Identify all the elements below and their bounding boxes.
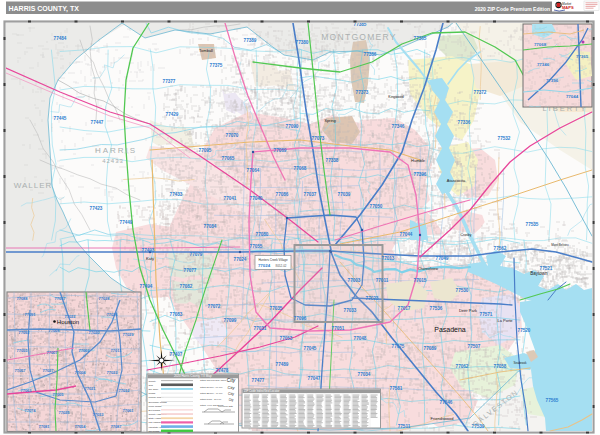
svg-text:77050: 77050 bbox=[370, 204, 383, 209]
svg-text:Spring: Spring bbox=[324, 118, 336, 123]
svg-text:Interchange: Interchange bbox=[218, 405, 229, 407]
svg-text:77088: 77088 bbox=[16, 296, 28, 301]
svg-text:77386: 77386 bbox=[364, 52, 377, 57]
svg-text:77477: 77477 bbox=[252, 378, 265, 383]
svg-text:City: City bbox=[227, 378, 236, 383]
svg-text:77047: 77047 bbox=[308, 376, 321, 381]
svg-text:77092: 77092 bbox=[18, 330, 30, 335]
svg-text:Channelview: Channelview bbox=[418, 267, 439, 271]
svg-text:77041: 77041 bbox=[224, 196, 237, 201]
svg-text:77062: 77062 bbox=[456, 364, 469, 369]
svg-text:2020 Harris County, TX Map: 2020 Harris County, TX Map bbox=[174, 374, 212, 378]
svg-text:77433: 77433 bbox=[170, 192, 183, 197]
svg-text:77077: 77077 bbox=[184, 268, 197, 273]
svg-text:77365: 77365 bbox=[576, 54, 589, 59]
svg-text:77562: 77562 bbox=[494, 246, 507, 251]
svg-text:77074: 77074 bbox=[24, 408, 36, 413]
svg-text:Exit Ramps: Exit Ramps bbox=[149, 409, 162, 411]
svg-text:77084: 77084 bbox=[204, 224, 217, 229]
svg-text:77002: 77002 bbox=[78, 348, 90, 353]
svg-text:77065: 77065 bbox=[222, 156, 235, 161]
svg-text:Deer Park: Deer Park bbox=[459, 308, 477, 313]
svg-text:77396: 77396 bbox=[414, 172, 427, 177]
svg-text:77068: 77068 bbox=[294, 166, 307, 171]
svg-text:77040: 77040 bbox=[250, 196, 263, 201]
svg-text:77004: 77004 bbox=[74, 370, 86, 375]
svg-text:Toll Roads: Toll Roads bbox=[149, 430, 161, 432]
svg-text:77489: 77489 bbox=[276, 362, 289, 367]
svg-text:ZIP Code: ZIP Code bbox=[149, 388, 159, 390]
svg-text:77087: 77087 bbox=[110, 424, 122, 429]
svg-text:Minor Roads: Minor Roads bbox=[149, 405, 163, 407]
svg-text:77034: 77034 bbox=[358, 372, 371, 377]
svg-text:77373: 77373 bbox=[356, 90, 369, 95]
svg-text:77025: 77025 bbox=[58, 410, 70, 415]
svg-text:HARRIS COUNTY, TX: HARRIS COUNTY, TX bbox=[9, 5, 80, 13]
svg-text:77449: 77449 bbox=[120, 220, 133, 225]
svg-text:77069: 77069 bbox=[274, 148, 287, 153]
svg-text:77079: 77079 bbox=[190, 252, 203, 257]
svg-text:77072: 77072 bbox=[208, 304, 221, 309]
svg-text:77045: 77045 bbox=[304, 346, 317, 351]
svg-text:77039: 77039 bbox=[338, 192, 351, 197]
svg-text:Mont Belvieu: Mont Belvieu bbox=[551, 243, 569, 247]
svg-text:City: City bbox=[229, 398, 234, 402]
svg-text:77532: 77532 bbox=[498, 136, 511, 141]
svg-text:Humble: Humble bbox=[411, 158, 426, 163]
svg-text:77051: 77051 bbox=[332, 326, 345, 331]
svg-text:77061: 77061 bbox=[122, 408, 134, 413]
svg-text:77096: 77096 bbox=[294, 316, 307, 321]
svg-text:77429: 77429 bbox=[166, 112, 179, 117]
svg-text:77377: 77377 bbox=[163, 79, 176, 84]
svg-text:77080: 77080 bbox=[256, 232, 269, 237]
svg-text:77021: 77021 bbox=[84, 386, 96, 391]
svg-text:77396: 77396 bbox=[546, 78, 559, 83]
svg-text:Seabrook: Seabrook bbox=[514, 361, 527, 365]
svg-text:77033: 77033 bbox=[344, 308, 357, 313]
svg-text:8052-02: 8052-02 bbox=[275, 264, 286, 268]
svg-text:77073: 77073 bbox=[312, 136, 325, 141]
svg-text:77055: 77055 bbox=[250, 244, 263, 249]
svg-text:77336: 77336 bbox=[458, 120, 471, 125]
svg-text:ZIP Code Index/Grid Locator: ZIP Code Index/Grid Locator bbox=[244, 389, 280, 393]
svg-text:77057: 77057 bbox=[14, 368, 26, 373]
svg-text:77054: 77054 bbox=[74, 424, 86, 429]
svg-text:77037: 77037 bbox=[304, 192, 317, 197]
svg-text:77033: 77033 bbox=[92, 412, 104, 417]
svg-text:77511: 77511 bbox=[398, 424, 411, 429]
svg-text:77063: 77063 bbox=[20, 388, 32, 393]
svg-text:77090: 77090 bbox=[286, 124, 299, 129]
svg-text:77389: 77389 bbox=[244, 38, 257, 43]
svg-text:77026: 77026 bbox=[106, 312, 118, 317]
svg-text:77565: 77565 bbox=[546, 398, 559, 403]
svg-text:77035: 77035 bbox=[270, 306, 283, 311]
svg-text:77081: 77081 bbox=[38, 424, 50, 429]
svg-text:77346: 77346 bbox=[537, 62, 550, 67]
svg-text:77423: 77423 bbox=[90, 206, 103, 211]
svg-text:77005: 77005 bbox=[52, 392, 64, 397]
svg-text:77091: 77091 bbox=[24, 312, 36, 317]
svg-text:MAPS: MAPS bbox=[562, 5, 574, 10]
svg-text:77027: 77027 bbox=[42, 368, 54, 373]
svg-text:2020 ZIP Code Premium Edition: 2020 ZIP Code Premium Edition bbox=[475, 6, 550, 12]
svg-text:77023: 77023 bbox=[366, 296, 379, 301]
svg-text:Tomball: Tomball bbox=[199, 48, 213, 53]
svg-text:42433: 42433 bbox=[102, 158, 124, 164]
svg-text:77007: 77007 bbox=[46, 350, 58, 355]
svg-text:77024: 77024 bbox=[258, 263, 271, 268]
svg-text:Hunters Creek Village: Hunters Creek Village bbox=[258, 258, 287, 262]
svg-text:77029: 77029 bbox=[122, 332, 134, 337]
svg-text:77086: 77086 bbox=[276, 192, 289, 197]
svg-text:Grid: Grid bbox=[149, 384, 154, 386]
svg-text:77053: 77053 bbox=[280, 336, 293, 341]
svg-text:77049: 77049 bbox=[436, 256, 449, 261]
svg-text:77055: 77055 bbox=[16, 348, 28, 353]
svg-text:US Highways: US Highways bbox=[149, 421, 164, 423]
svg-text:77372: 77372 bbox=[474, 90, 487, 95]
svg-text:77015: 77015 bbox=[414, 278, 427, 283]
svg-text:77445: 77445 bbox=[54, 116, 67, 121]
svg-text:Houston: Houston bbox=[57, 319, 79, 325]
svg-text:HARRIS: HARRIS bbox=[95, 146, 137, 155]
svg-text:77099: 77099 bbox=[224, 318, 237, 323]
svg-text:77095: 77095 bbox=[199, 148, 212, 153]
